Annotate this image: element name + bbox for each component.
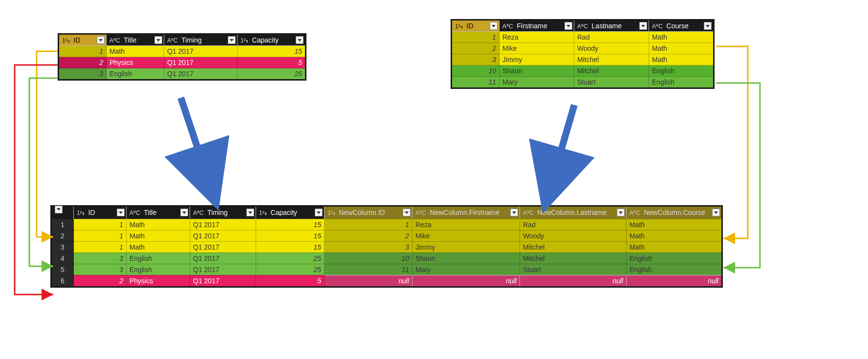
col-label: Title	[144, 209, 156, 216]
col-newcolumn-lastname[interactable]: AᴮC NewColumn.Lastname	[520, 206, 627, 219]
datatype-text-icon: AᴮC	[415, 210, 426, 216]
cell: 5	[256, 275, 325, 287]
col-capacity[interactable]: 1²₃ Capacity	[256, 206, 325, 219]
filter-dropdown-icon[interactable]	[315, 209, 323, 216]
cell: Math	[627, 230, 722, 241]
cell: Q1 2017	[190, 241, 256, 253]
datatype-text-icon: AᴮC	[652, 23, 663, 30]
cell-course: Math	[649, 54, 714, 65]
cell-title: Math	[107, 46, 164, 57]
students-table: 1²₃ ID AᴮC Firstname AᴮC Lastname AᴮC Co…	[451, 19, 715, 89]
cell: Mitchel	[520, 241, 627, 253]
filter-dropdown-icon[interactable]	[510, 209, 518, 216]
filter-dropdown-icon[interactable]	[617, 209, 625, 216]
connector-green-right	[714, 78, 772, 274]
filter-dropdown-icon[interactable]	[154, 36, 162, 44]
cell: English	[627, 253, 722, 264]
filter-dropdown-icon[interactable]	[97, 36, 105, 44]
courses-table: 1²₃ ID AᴮC Title AᴮC Timing 1²₃ Capacity…	[58, 33, 306, 81]
filter-dropdown-icon[interactable]	[403, 209, 411, 216]
datatype-text-icon: AᴮC	[130, 210, 140, 216]
col-newcolumn-firstname[interactable]: AᴮC NewColumn.Firstname	[412, 206, 520, 219]
col-label: NewColumn.Lastname	[538, 209, 607, 216]
filter-dropdown-icon[interactable]	[228, 36, 236, 44]
cell: Woody	[520, 230, 627, 241]
col-label: NewColumn.ID	[339, 209, 385, 216]
table-row[interactable]: 3EnglishQ1 201725	[59, 68, 306, 80]
cell: Jimmy	[412, 241, 520, 253]
col-course[interactable]: AᴮC Course	[649, 20, 714, 32]
col-firstname[interactable]: AᴮC Firstname	[499, 20, 574, 32]
cell-title: Physics	[107, 57, 164, 68]
col-label: Firstname	[517, 22, 547, 30]
cell-timing: Q1 2017	[164, 57, 238, 68]
cell-timing: Q1 2017	[164, 46, 238, 57]
filter-dropdown-icon[interactable]	[639, 22, 647, 30]
table-row[interactable]: 10ShaunMitchelEnglish	[452, 65, 714, 77]
cell: 1	[325, 219, 412, 230]
col-lastname[interactable]: AᴮC Lastname	[574, 20, 649, 32]
connector-red-left	[5, 63, 59, 297]
col-newcolumn-id[interactable]: 1²₃ NewColumn.ID	[325, 206, 412, 219]
cell: 15	[256, 241, 325, 253]
col-id[interactable]: 1²₃ ID	[452, 20, 499, 32]
filter-dropdown-icon[interactable]	[246, 209, 254, 216]
filter-dropdown-icon[interactable]	[564, 22, 572, 30]
table-row[interactable]: 1MathQ1 201715	[59, 46, 306, 57]
col-id[interactable]: 1²₃ ID	[59, 34, 107, 46]
table-row[interactable]: 43EnglishQ1 20172510ShaunMitchelEnglish	[51, 253, 722, 264]
col-timing[interactable]: AᴮC Timing	[190, 206, 256, 219]
datatype-text-icon: AᴮC	[523, 210, 534, 216]
col-label: Timing	[181, 36, 202, 44]
cell: null	[520, 275, 627, 287]
col-timing[interactable]: AᴮC Timing	[164, 34, 238, 46]
table-row[interactable]: 31MathQ1 2017153JimmyMitchelMath	[51, 241, 722, 253]
cell: 10	[325, 253, 412, 264]
table-row[interactable]: 21MathQ1 2017152MikeWoodyMath	[51, 230, 722, 241]
filter-dropdown-icon[interactable]	[490, 22, 498, 30]
cell: Mike	[412, 230, 520, 241]
merged-table: 1²₃ ID AᴮC Title AᴮC Timing 1²₃ Capacity…	[50, 205, 723, 288]
cell: Math	[127, 230, 190, 241]
arrow-down-icon	[525, 100, 594, 193]
cell-course: English	[649, 65, 714, 77]
datatype-number-icon: 1²₃	[259, 210, 267, 216]
filter-dropdown-icon[interactable]	[117, 209, 125, 216]
cell: Q1 2017	[190, 253, 256, 264]
col-title[interactable]: AᴮC Title	[127, 206, 190, 219]
table-row[interactable]: 11MathQ1 2017151RezaRadMath	[51, 219, 722, 230]
table-row[interactable]: 1RezaRadMath	[452, 32, 714, 43]
filter-dropdown-icon[interactable]	[296, 36, 304, 44]
cell-lastname: Mitchel	[574, 65, 649, 77]
cell: null	[627, 275, 722, 287]
table-row[interactable]: 53EnglishQ1 20172511MaryStuartEnglish	[51, 264, 722, 275]
cell-capacity: 15	[238, 46, 306, 57]
col-label: Timing	[207, 209, 228, 216]
datatype-text-icon: AᴮC	[502, 23, 513, 30]
cell-title: English	[107, 68, 164, 80]
col-newcolumn-course[interactable]: AᴮC NewColumn.Course	[627, 206, 722, 219]
col-capacity[interactable]: 1²₃ Capacity	[238, 34, 306, 46]
table-row[interactable]: 3JimmyMitchelMath	[452, 54, 714, 65]
table-row[interactable]: 2PhysicsQ1 20175	[59, 57, 306, 68]
col-id[interactable]: 1²₃ ID	[74, 206, 127, 219]
filter-dropdown-icon[interactable]	[704, 22, 712, 30]
col-title[interactable]: AᴮC Title	[107, 34, 164, 46]
datatype-number-icon: 1²₃	[455, 23, 463, 30]
cell-id: 3	[452, 54, 499, 65]
cell-id: 1	[59, 46, 107, 57]
cell-lastname: Rad	[574, 32, 649, 43]
filter-dropdown-icon[interactable]	[180, 209, 188, 216]
cell: null	[325, 275, 412, 287]
cell: Reza	[412, 219, 520, 230]
table-row[interactable]: 2MikeWoodyMath	[452, 43, 714, 54]
cell: Q1 2017	[190, 219, 256, 230]
table-row[interactable]: 11MaryStuartEnglish	[452, 77, 714, 88]
cell: 3	[325, 241, 412, 253]
table-row[interactable]: 62PhysicsQ1 20175nullnullnullnull	[51, 275, 722, 287]
cell-id: 2	[452, 43, 499, 54]
cell: Rad	[520, 219, 627, 230]
col-label: NewColumn.Firstname	[430, 209, 499, 216]
datatype-number-icon: 1²₃	[240, 37, 248, 44]
cell-id: 3	[59, 68, 107, 80]
